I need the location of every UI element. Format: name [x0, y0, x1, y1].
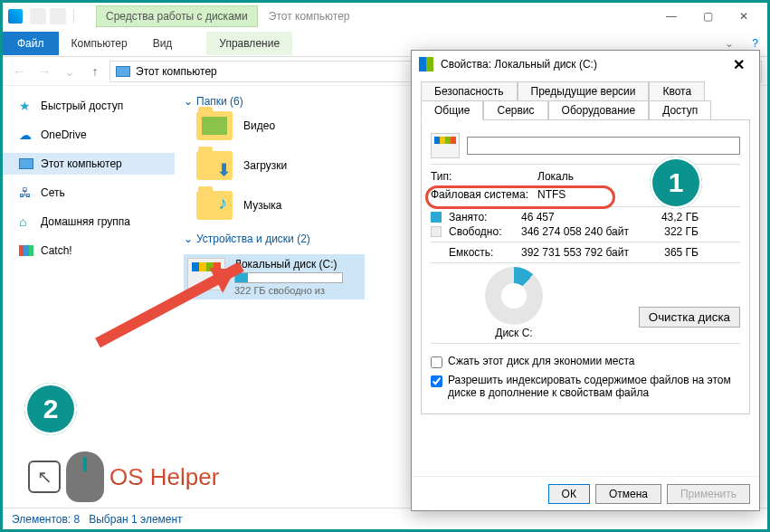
free-bytes: 346 274 058 240 байт [521, 225, 639, 238]
pie-label: Диск C: [485, 327, 543, 339]
ribbon-tab-computer[interactable]: Компьютер [59, 32, 140, 55]
qat-item[interactable] [30, 8, 46, 24]
sidebar-item-homegroup[interactable]: ⌂Домашняя группа [3, 211, 175, 233]
free-label: Свободно: [449, 225, 516, 238]
app-icon [8, 9, 23, 24]
annotation-badge-1: 1 [650, 157, 702, 209]
logo-text: OS Helper [109, 463, 219, 491]
sidebar-item-quick-access[interactable]: ★Быстрый доступ [3, 95, 175, 117]
chevron-down-icon: ⌄ [184, 95, 193, 108]
index-checkbox[interactable]: Разрешить индексировать содержимое файло… [431, 374, 740, 399]
nav-recent-button[interactable]: ⌄ [59, 61, 81, 82]
titlebar: Средства работы с дисками Этот компьютер… [3, 3, 767, 30]
close-button[interactable]: ✕ [726, 5, 762, 27]
drive-label-input[interactable] [467, 137, 740, 155]
properties-dialog: Свойства: Локальный диск (C:) ✕ Безопасн… [411, 50, 760, 511]
type-label: Тип: [431, 170, 530, 183]
dialog-titlebar[interactable]: Свойства: Локальный диск (C:) ✕ [412, 51, 759, 78]
tab-tools[interactable]: Сервис [483, 100, 547, 120]
nav-forward-button[interactable]: → [33, 61, 55, 82]
minimize-button[interactable]: — [653, 5, 689, 27]
qat-item[interactable] [50, 8, 66, 24]
window-title: Этот компьютер [269, 10, 350, 23]
folder-icon [196, 151, 233, 180]
star-icon: ★ [19, 99, 33, 113]
tab-sharing[interactable]: Доступ [649, 100, 711, 120]
cursor-icon: ↖ [28, 461, 61, 493]
capacity-bytes: 392 731 553 792 байт [521, 246, 639, 259]
free-gb: 322 ГБ [644, 225, 699, 238]
ribbon-file[interactable]: Файл [3, 32, 59, 55]
capacity-label: Емкость: [449, 246, 516, 259]
nav-up-button[interactable]: ↑ [84, 61, 106, 82]
sidebar-item-onedrive[interactable]: ☁OneDrive [3, 124, 175, 146]
tab-security[interactable]: Безопасность [421, 81, 518, 101]
folder-icon [196, 111, 233, 140]
usage-pie-chart [485, 267, 543, 325]
annotation-badge-2: 2 [24, 383, 77, 435]
drive-icon [419, 57, 433, 71]
status-selected: Выбран 1 элемент [89, 513, 182, 526]
quick-access-toolbar [8, 8, 78, 24]
tab-pane-general: Тип:Локаль Файловая система:NTFS Занято:… [421, 119, 750, 414]
pc-icon [19, 158, 33, 169]
disk-cleanup-button[interactable]: Очистка диска [639, 307, 740, 328]
checkbox-input[interactable] [431, 375, 442, 387]
mouse-icon [66, 451, 104, 502]
ribbon-context-title: Средства работы с дисками [96, 5, 258, 27]
tab-previous-versions[interactable]: Предыдущие версии [518, 81, 650, 101]
capacity-gb: 365 ГБ [644, 246, 699, 259]
type-value: Локаль [537, 170, 574, 183]
network-icon: 🖧 [19, 185, 33, 200]
folder-icon [196, 191, 233, 220]
breadcrumb[interactable]: Этот компьютер [136, 65, 217, 78]
tab-row-2: Общие Сервис Оборудование Доступ [421, 100, 750, 119]
used-bytes: 46 457 байт [521, 211, 639, 223]
separator [73, 9, 74, 24]
apply-button[interactable]: Применить [667, 484, 750, 504]
ribbon-tab-manage[interactable]: Управление [206, 32, 292, 55]
maximize-button[interactable]: ▢ [689, 5, 726, 27]
tab-hardware[interactable]: Оборудование [548, 100, 650, 120]
help-icon[interactable]: ? [743, 37, 767, 50]
sidebar-item-network[interactable]: 🖧Сеть [3, 182, 175, 204]
catch-icon [19, 245, 33, 256]
pc-icon [116, 66, 130, 77]
ribbon-expand-icon[interactable]: ⌄ [716, 37, 743, 50]
tab-general[interactable]: Общие [421, 100, 483, 120]
dialog-title: Свойства: Локальный диск (C:) [441, 58, 597, 71]
ribbon-tab-view[interactable]: Вид [140, 32, 185, 55]
used-swatch [431, 212, 442, 223]
sidebar-item-this-pc[interactable]: Этот компьютер [3, 153, 175, 175]
tab-quota[interactable]: Квота [649, 81, 705, 101]
drive-free-text: 322 ГБ свободно из [234, 285, 343, 296]
cancel-button[interactable]: Отмена [595, 484, 661, 504]
dialog-buttons: ОК Отмена Применить [412, 476, 759, 510]
status-elements: Элементов: 8 [12, 513, 80, 526]
checkbox-input[interactable] [431, 356, 442, 368]
compress-checkbox[interactable]: Сжать этот диск для экономии места [431, 355, 740, 368]
annotation-highlight [425, 185, 615, 209]
cloud-icon: ☁ [19, 128, 33, 142]
watermark-logo: ↖ OS Helper [28, 451, 219, 502]
used-gb: 43,2 ГБ [644, 211, 699, 223]
sidebar-item-catch[interactable]: Catch! [3, 240, 175, 261]
dialog-close-button[interactable]: ✕ [726, 56, 752, 73]
sidebar: ★Быстрый доступ ☁OneDrive Этот компьютер… [3, 86, 175, 508]
drive-icon [431, 133, 460, 158]
homegroup-icon: ⌂ [19, 214, 33, 229]
free-swatch [431, 226, 442, 237]
used-label: Занято: [449, 211, 516, 223]
nav-back-button[interactable]: ← [8, 61, 30, 82]
tab-row-1: Безопасность Предыдущие версии Квота [421, 81, 750, 100]
chevron-down-icon: ⌄ [184, 233, 193, 245]
ok-button[interactable]: ОК [548, 484, 590, 504]
